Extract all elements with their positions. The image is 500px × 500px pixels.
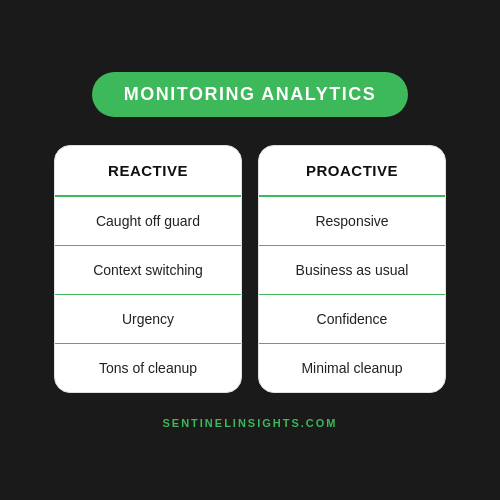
reactive-header: REACTIVE xyxy=(55,146,241,197)
page-title: MONITORING ANALYTICS xyxy=(92,72,408,117)
proactive-header: PROACTIVE xyxy=(259,146,445,197)
proactive-column: PROACTIVE Responsive Business as usual C… xyxy=(258,145,446,393)
list-item: Business as usual xyxy=(259,246,445,295)
list-item: Minimal cleanup xyxy=(259,344,445,392)
list-item: Context switching xyxy=(55,246,241,295)
list-item: Urgency xyxy=(55,295,241,344)
reactive-column: REACTIVE Caught off guard Context switch… xyxy=(54,145,242,393)
list-item: Confidence xyxy=(259,295,445,344)
list-item: Responsive xyxy=(259,197,445,246)
list-item: Tons of cleanup xyxy=(55,344,241,392)
comparison-table: REACTIVE Caught off guard Context switch… xyxy=(54,145,446,393)
footer-url: SENTINELINSIGHTS.COM xyxy=(162,417,337,429)
list-item: Caught off guard xyxy=(55,197,241,246)
